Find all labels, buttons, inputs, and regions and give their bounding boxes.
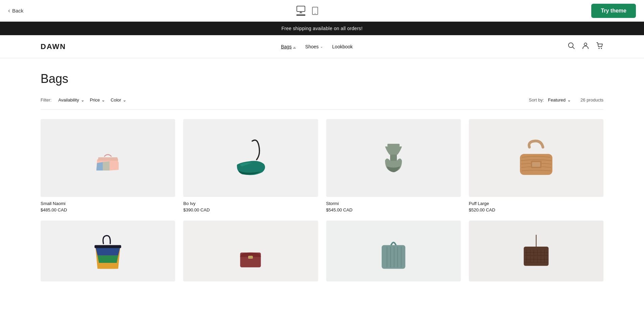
svg-marker-12 [96, 162, 103, 171]
svg-point-9 [601, 48, 602, 49]
product-image-stormi [326, 119, 461, 197]
availability-filter-label: Availability [58, 97, 79, 103]
svg-rect-23 [248, 256, 253, 259]
color-filter[interactable]: Color ⌄ [111, 96, 126, 104]
product-name-small-naomi: Small Naomi [41, 201, 175, 206]
nav-shoes-label: Shoes [305, 44, 319, 49]
product-card-puff-large[interactable]: Puff Large $520.00 CAD [469, 119, 603, 212]
desktop-icon[interactable] [296, 6, 305, 16]
svg-rect-21 [95, 245, 121, 248]
product-image-colorblock [41, 221, 175, 281]
product-name-bo-ivy: Bo Ivy [183, 201, 318, 206]
nav-shoes-chevron: ⌄ [320, 45, 323, 48]
product-image-mini-flat [183, 221, 318, 281]
product-price-small-naomi: $485.00 CAD [41, 207, 175, 212]
sort-select[interactable]: Featured ⌄ [548, 97, 571, 103]
svg-point-8 [599, 48, 600, 49]
svg-marker-14 [110, 161, 119, 171]
svg-point-7 [584, 43, 587, 46]
product-card-bo-ivy[interactable]: Bo Ivy $390.00 CAD [183, 119, 318, 212]
try-theme-button[interactable]: Try theme [591, 4, 636, 18]
tablet-icon[interactable] [312, 7, 318, 15]
product-card-colorblock[interactable] [41, 221, 175, 286]
availability-filter[interactable]: Availability ⌄ [58, 96, 85, 104]
product-card-croc-shoulder[interactable] [469, 221, 603, 286]
product-card-structured-tote[interactable] [326, 221, 461, 286]
sort-label: Sort by: [529, 97, 544, 103]
filter-bar: Filter: Availability ⌄ Price ⌄ Color ⌄ S… [41, 96, 603, 110]
account-icon[interactable] [582, 42, 589, 51]
product-card-mini-flat[interactable] [183, 221, 318, 286]
product-image-structured-tote [326, 221, 461, 281]
product-image-bo-ivy [183, 119, 318, 197]
cart-icon[interactable] [596, 42, 603, 51]
sort-chevron-icon: ⌄ [567, 97, 571, 103]
product-grid: Small Naomi $485.00 CAD [41, 119, 603, 212]
filter-label: Filter: [41, 97, 52, 103]
svg-rect-24 [382, 245, 405, 269]
store-wrapper: Free shipping available on all orders! D… [0, 22, 644, 299]
price-chevron-icon: ⌄ [101, 97, 105, 103]
store-actions [568, 42, 603, 51]
product-price-bo-ivy: $390.00 CAD [183, 207, 318, 212]
color-filter-label: Color [111, 97, 121, 103]
svg-rect-20 [532, 162, 540, 167]
svg-point-4 [315, 13, 315, 14]
svg-rect-31 [524, 247, 549, 266]
color-chevron-icon: ⌄ [123, 97, 126, 103]
product-price-puff-large: $520.00 CAD [469, 207, 603, 212]
announcement-text: Free shipping available on all orders! [281, 26, 362, 31]
product-name-stormi: Stormi [326, 201, 461, 206]
back-arrow-icon: ‹ [8, 7, 10, 14]
nav-lookbook-label: Lookbook [332, 44, 353, 49]
page-title: Bags [41, 72, 603, 86]
product-card-stormi[interactable]: Stormi $545.00 CAD [326, 119, 461, 212]
sort-value: Featured [548, 97, 566, 103]
svg-rect-16 [387, 144, 400, 146]
product-count: 26 products [580, 97, 603, 103]
availability-chevron-icon: ⌄ [81, 97, 85, 103]
announcement-bar: Free shipping available on all orders! [0, 22, 644, 35]
product-name-puff-large: Puff Large [469, 201, 603, 206]
top-bar: ‹ Back Try theme [0, 0, 644, 22]
svg-marker-15 [98, 157, 118, 161]
nav-item-shoes[interactable]: Shoes ⌄ [305, 44, 323, 49]
product-image-croc-shoulder [469, 221, 603, 281]
price-filter-label: Price [90, 97, 100, 103]
nav-item-bags[interactable]: Bags ⌄ [281, 44, 296, 49]
back-button[interactable]: ‹ Back [8, 7, 23, 14]
search-icon[interactable] [568, 42, 575, 51]
svg-marker-13 [103, 161, 110, 171]
nav-item-lookbook[interactable]: Lookbook [332, 44, 353, 49]
store-nav: Bags ⌄ Shoes ⌄ Lookbook [281, 44, 353, 49]
product-image-small-naomi [41, 119, 175, 197]
product-card-small-naomi[interactable]: Small Naomi $485.00 CAD [41, 119, 175, 212]
product-image-puff-large [469, 119, 603, 197]
price-filter[interactable]: Price ⌄ [90, 96, 105, 104]
back-label: Back [12, 8, 23, 14]
device-switcher [296, 6, 318, 16]
product-grid-second [41, 221, 603, 286]
svg-line-6 [573, 47, 575, 49]
nav-bags-label: Bags [281, 44, 292, 49]
nav-bags-chevron: ⌄ [293, 45, 296, 48]
store-logo[interactable]: DAWN [41, 42, 66, 51]
product-price-stormi: $545.00 CAD [326, 207, 461, 212]
filter-right: Sort by: Featured ⌄ 26 products [529, 97, 603, 103]
filter-left: Filter: Availability ⌄ Price ⌄ Color ⌄ [41, 96, 126, 104]
store-header: DAWN Bags ⌄ Shoes ⌄ Lookbook [0, 35, 644, 58]
main-content: Bags Filter: Availability ⌄ Price ⌄ Colo… [0, 58, 644, 299]
svg-rect-0 [297, 6, 305, 12]
